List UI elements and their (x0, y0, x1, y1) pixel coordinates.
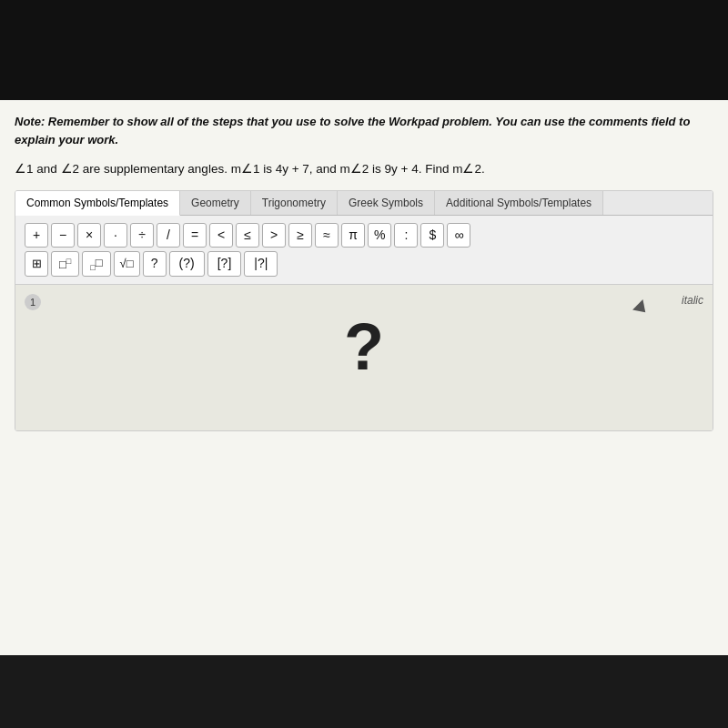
tabs-bar: Common Symbols/Templates Geometry Trigon… (15, 191, 713, 216)
sym-bracket-question[interactable]: [?] (207, 251, 242, 277)
sym-sqrt[interactable]: √□ (114, 251, 140, 277)
symbol-row-1: + − × · ÷ / = < ≤ > ≥ ≈ π % : $ ∞ (25, 223, 703, 248)
sym-dot[interactable]: · (104, 223, 127, 248)
tab-additional-symbols[interactable]: Additional Symbols/Templates (435, 191, 603, 215)
sym-percent[interactable]: % (368, 223, 391, 248)
sym-matrix[interactable]: ⊞ (25, 251, 48, 277)
bottom-dark-area (0, 655, 728, 728)
sym-equals[interactable]: = (183, 223, 207, 248)
sym-plus[interactable]: + (25, 223, 48, 248)
sym-minus[interactable]: − (51, 223, 75, 248)
sym-abs-question[interactable]: |?| (244, 251, 278, 277)
sym-greater[interactable]: > (262, 223, 286, 248)
problem-text: ∠1 and ∠2 are supplementary angles. m∠1 … (15, 159, 713, 179)
main-content: Note: Remember to show all of the steps … (0, 100, 728, 655)
sym-colon[interactable]: : (394, 223, 418, 248)
tab-greek-symbols[interactable]: Greek Symbols (338, 191, 435, 215)
sym-pi[interactable]: π (341, 223, 365, 248)
sym-less[interactable]: < (209, 223, 233, 248)
symbol-row-2: ⊞ □□ □□ √□ ? (?) [?] |?| (25, 251, 703, 277)
editor-area[interactable]: 1 italic ? (15, 285, 713, 430)
sym-geq[interactable]: ≥ (288, 223, 312, 248)
top-dark-area (0, 0, 728, 100)
sym-times[interactable]: × (77, 223, 101, 248)
symbols-area: + − × · ÷ / = < ≤ > ≥ ≈ π % : $ ∞ ⊞ □□ (15, 216, 713, 286)
tab-trigonometry[interactable]: Trigonometry (251, 191, 338, 215)
tab-common-symbols[interactable]: Common Symbols/Templates (15, 191, 180, 216)
sym-dollar[interactable]: $ (420, 223, 444, 248)
sym-question[interactable]: ? (143, 251, 167, 277)
sym-leq[interactable]: ≤ (236, 223, 259, 248)
sym-infinity[interactable]: ∞ (447, 223, 470, 248)
sym-box2[interactable]: □□ (82, 251, 110, 277)
tab-geometry[interactable]: Geometry (180, 191, 251, 215)
big-question-mark: ? (23, 292, 705, 401)
workpad-container: Common Symbols/Templates Geometry Trigon… (15, 190, 713, 432)
note-text: Note: Remember to show all of the steps … (15, 113, 713, 148)
sym-slash[interactable]: / (157, 223, 180, 248)
sym-divide[interactable]: ÷ (130, 223, 154, 248)
italic-label: italic (682, 294, 703, 307)
sym-paren-question[interactable]: (?) (169, 251, 205, 277)
sym-box1[interactable]: □□ (51, 251, 79, 277)
sym-approx[interactable]: ≈ (315, 223, 339, 248)
